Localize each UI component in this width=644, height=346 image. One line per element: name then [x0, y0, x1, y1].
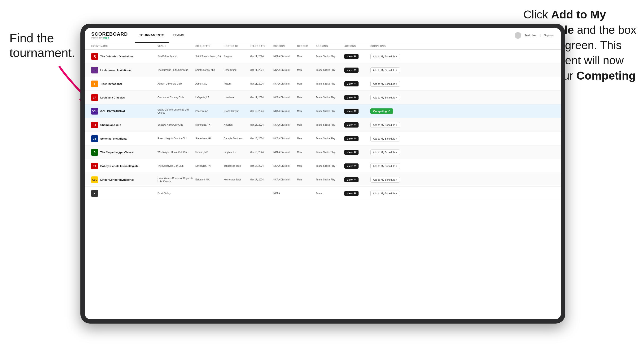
table-cell: Georgia Southern [224, 137, 250, 140]
view-button[interactable]: View👁 [344, 109, 358, 114]
table-cell: NCAA [274, 192, 297, 195]
eye-icon: 👁 [354, 137, 356, 140]
table-cell: NCAA Division I [274, 68, 297, 72]
add-to-schedule-button[interactable]: Add to My Schedule + [370, 136, 400, 142]
add-to-schedule-button[interactable]: Add to My Schedule + [370, 67, 400, 73]
actions-cell: View👁 [344, 68, 370, 73]
table-cell: Lafayette, LA [195, 96, 224, 99]
table-cell: Team, Stroke Play [316, 178, 344, 181]
table-cell: The Missouri Bluffs Golf Club [158, 68, 195, 72]
eye-icon: 👁 [354, 82, 356, 85]
table-cell: Auburn University Club [158, 82, 195, 85]
table-cell: NCAA Division I [274, 151, 297, 154]
event-name: Schenkel Invitational [100, 137, 127, 140]
add-schedule-label: Add to My Schedule + [373, 124, 397, 126]
table-cell: Brook Valley [158, 192, 195, 195]
add-to-schedule-button[interactable]: Add to My Schedule + [370, 150, 400, 155]
view-button[interactable]: View👁 [344, 95, 358, 100]
table-cell: Team, Stroke Play [316, 164, 344, 168]
eye-icon: 👁 [354, 165, 356, 167]
table-cell: NCAA Division I [274, 123, 297, 126]
view-button[interactable]: View👁 [344, 136, 358, 141]
table-row: GCUGCU INVITATIONALGrand Canyon Universi… [85, 104, 561, 118]
view-button[interactable]: View👁 [344, 54, 358, 59]
table-cell: The Sevierville Golf Club [158, 164, 195, 168]
view-label: View [347, 151, 353, 154]
eye-icon: 👁 [354, 69, 356, 71]
view-button[interactable]: View👁 [344, 122, 358, 128]
table-cell: Team, Stroke Play [316, 123, 344, 126]
table-cell: Urbana, MD [195, 151, 224, 154]
event-name-cell: • [91, 190, 158, 197]
col-hosted-by: HOSTED BY [224, 45, 250, 47]
view-label: View [347, 69, 353, 72]
team-logo: L [91, 67, 98, 73]
table-cell: Oakbourne Country Club [158, 96, 195, 99]
table-cell: Forest Heights Country Club [158, 137, 195, 140]
event-name: Louisiana Classics [100, 96, 125, 99]
table-cell: Binghamton [224, 151, 250, 154]
table-row: KSULinger Longer InvitationalGreat Water… [85, 173, 561, 186]
sign-out-link[interactable]: Sign out [544, 34, 554, 37]
competing-cell: Add to My Schedule + [370, 163, 408, 169]
add-to-schedule-button[interactable]: Add to My Schedule + [370, 95, 400, 100]
table-cell: Great Waters Course At Reynolds Lake Oco… [158, 177, 195, 183]
add-schedule-label: Add to My Schedule + [373, 82, 397, 85]
table-row: •Brook ValleyNCAATeam,View👁Add to My Sch… [85, 186, 561, 200]
tab-teams[interactable]: TEAMS [169, 28, 188, 43]
event-name: Linger Longer Invitational [100, 178, 134, 181]
table-cell: Men [297, 178, 316, 181]
add-to-schedule-button[interactable]: Add to My Schedule + [370, 163, 400, 169]
view-button[interactable]: View👁 [344, 191, 358, 196]
add-schedule-label: Add to My Schedule + [373, 69, 397, 72]
table-cell: Kennesaw State [224, 178, 250, 181]
table-cell: Men [297, 55, 316, 58]
eye-icon: 👁 [354, 192, 356, 195]
table-cell: Mar 12, 2024 [250, 110, 274, 113]
event-name-cell: GCUGCU INVITATIONAL [91, 108, 158, 115]
view-button[interactable]: View👁 [344, 68, 358, 73]
competing-cell: Add to My Schedule + [370, 95, 408, 100]
event-name: Bobby Nichols Intercollegiate [100, 165, 138, 168]
view-label: View [347, 192, 353, 195]
event-name: Champions Cup [100, 124, 121, 126]
table-cell: Mar 11, 2024 [250, 96, 274, 99]
add-to-schedule-button[interactable]: Add to My Schedule + [370, 190, 400, 196]
team-logo: R [91, 53, 98, 60]
table-cell: Team, Stroke Play [316, 68, 344, 72]
table-body: RThe Johnnie - O IndividualSea Palms Res… [85, 50, 561, 319]
table-cell: Louisiana [224, 96, 250, 99]
team-logo: TT [91, 163, 98, 169]
tab-tournaments[interactable]: TOURNAMENTS [135, 28, 168, 43]
view-button[interactable]: View👁 [344, 81, 358, 86]
event-name: The Johnnie - O Individual [100, 55, 134, 58]
table-cell: Mar 11, 2024 [250, 82, 274, 85]
add-to-schedule-button[interactable]: Add to My Schedule + [370, 177, 400, 182]
add-schedule-label: Add to My Schedule + [373, 165, 397, 168]
view-label: View [347, 124, 353, 126]
add-to-schedule-button[interactable]: Add to My Schedule + [370, 122, 400, 128]
view-button[interactable]: View👁 [344, 164, 358, 169]
add-to-schedule-button[interactable]: Add to My Schedule + [370, 81, 400, 87]
event-name-cell: LALouisiana Classics [91, 94, 158, 101]
competing-cell: Add to My Schedule + [370, 136, 408, 142]
competing-button[interactable]: Competing✓ [370, 108, 393, 114]
table-cell: Phoenix, AZ [195, 110, 224, 113]
table-cell: Shadow Hawk Golf Club [158, 123, 195, 126]
table-cell: Sevierville, TN [195, 164, 224, 168]
table-cell: Sea Palms Resort [158, 55, 195, 58]
event-name: Tiger Invitational [100, 82, 122, 85]
table-cell: Mar 16, 2024 [250, 151, 274, 154]
team-logo: B [91, 149, 98, 156]
team-logo: • [91, 190, 98, 197]
view-button[interactable]: View👁 [344, 150, 358, 155]
competing-label: Competing [373, 110, 387, 113]
view-label: View [347, 165, 353, 168]
actions-cell: View👁 [344, 109, 370, 114]
view-button[interactable]: View👁 [344, 177, 358, 182]
team-logo: T [91, 81, 98, 87]
event-name-cell: BThe Carpetbagger Classic [91, 149, 158, 156]
eye-icon: 👁 [354, 124, 356, 126]
table-cell: Men [297, 151, 316, 154]
add-to-schedule-button[interactable]: Add to My Schedule + [370, 54, 400, 59]
